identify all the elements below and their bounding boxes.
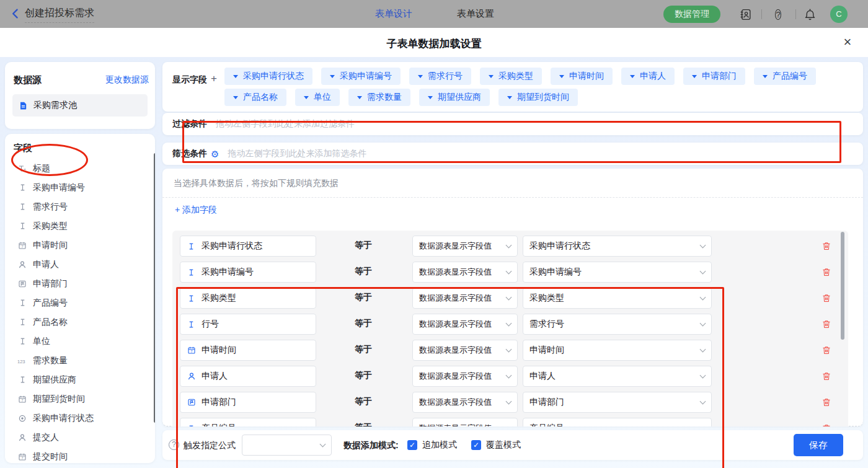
field-item[interactable]: 期望供应商: [5, 370, 151, 389]
rule-source-select[interactable]: 数据源表显示字段值: [412, 314, 518, 335]
save-button[interactable]: 保存: [794, 434, 843, 456]
text-icon: [17, 203, 27, 211]
contacts-icon[interactable]: [739, 7, 753, 21]
rule-source-select[interactable]: 数据源表显示字段值: [412, 340, 518, 361]
tab-form-settings[interactable]: 表单设置: [457, 8, 494, 20]
chevron-down-icon: [700, 242, 706, 248]
rule-field-box[interactable]: 申请人: [180, 366, 316, 387]
add-display-field-button[interactable]: +: [211, 73, 217, 85]
radio-icon: [17, 414, 27, 423]
rule-field-box[interactable]: 申请部门: [180, 392, 316, 413]
fields-list: 标题 采购申请编号 需求行号 采购类型 7申请时间 申请人 申请部门 产品编号 …: [5, 159, 151, 463]
append-mode-checkbox[interactable]: ✓ 追加模式: [407, 439, 457, 451]
rule-target-select[interactable]: 采购申请行状态: [523, 236, 712, 257]
rule-field-label: 采购申请行状态: [202, 241, 262, 252]
data-manage-button[interactable]: 数据管理: [663, 6, 720, 23]
chip-label: 单位: [314, 92, 331, 103]
field-item[interactable]: 申请人: [5, 255, 151, 274]
rule-target-value: 采购申请编号: [529, 267, 582, 278]
text-icon: [187, 320, 196, 329]
delete-rule-button[interactable]: [822, 319, 833, 330]
field-item[interactable]: 产品名称: [5, 312, 151, 332]
field-item[interactable]: 7提交时间: [5, 447, 151, 463]
rules-scrollbar[interactable]: [841, 232, 844, 340]
change-datasource-link[interactable]: 更改数据源: [105, 74, 149, 86]
field-item-label: 采购申请行状态: [33, 413, 94, 424]
display-field-chip[interactable]: 单位: [295, 89, 340, 106]
tab-form-design[interactable]: 表单设计: [375, 8, 412, 20]
display-field-chip[interactable]: 产品编号: [754, 68, 816, 85]
chevron-down-icon: [506, 268, 512, 274]
user-avatar[interactable]: C: [830, 6, 848, 23]
chevron-down-icon: [304, 96, 309, 99]
back-button[interactable]: [10, 7, 22, 20]
rule-target-select[interactable]: 申请时间: [523, 340, 712, 361]
display-field-chip[interactable]: 采购类型: [480, 68, 542, 85]
field-item[interactable]: 采购类型: [5, 216, 151, 236]
rule-target-select[interactable]: 需求行号: [523, 314, 712, 335]
display-field-chip[interactable]: 需求数量: [348, 89, 410, 106]
fields-scrollbar[interactable]: [154, 153, 155, 423]
rule-target-select[interactable]: 采购类型: [523, 288, 712, 309]
rule-source-select[interactable]: 数据源表显示字段值: [412, 288, 518, 309]
delete-rule-button[interactable]: [822, 293, 833, 304]
field-item[interactable]: 123需求数量: [5, 351, 151, 370]
field-item[interactable]: 标题: [5, 159, 151, 178]
filter-dropzone[interactable]: 拖动左侧字段到此处来添加过滤条件: [216, 118, 863, 130]
rule-target-select[interactable]: 采购申请编号: [523, 262, 712, 283]
delete-rule-button[interactable]: [822, 241, 833, 252]
rule-target-select[interactable]: 产品编号: [523, 418, 712, 426]
rule-source-select[interactable]: 数据源表显示字段值: [412, 262, 518, 283]
help-icon[interactable]: ?: [771, 7, 785, 21]
display-field-chip[interactable]: 采购申请行状态: [224, 68, 312, 85]
display-field-chip[interactable]: 期望到货时间: [498, 89, 578, 106]
field-item[interactable]: 提交人: [5, 428, 151, 447]
rule-operator: 等于: [355, 240, 372, 251]
field-item[interactable]: 产品编号: [5, 293, 151, 312]
rules-card: 当选择具体数据后，将按如下规则填充数据 + 添加字段 采购申请行状态 等于 数据…: [162, 169, 863, 426]
rule-field-box[interactable]: 行号: [180, 314, 316, 335]
rule-field-box[interactable]: 采购申请行状态: [180, 236, 316, 257]
rule-target-select[interactable]: 申请部门: [523, 392, 712, 413]
notification-bell-icon[interactable]: [804, 7, 817, 21]
rule-operator: 等于: [355, 370, 372, 381]
delete-rule-button[interactable]: [822, 397, 833, 408]
display-field-chip[interactable]: 申请人: [621, 68, 675, 85]
field-item[interactable]: 申请部门: [5, 274, 151, 293]
field-item[interactable]: 7期望到货时间: [5, 389, 151, 408]
rule-field-box[interactable]: 采购类型: [180, 288, 316, 309]
display-field-chip[interactable]: 产品名称: [224, 89, 286, 106]
delete-rule-button[interactable]: [822, 423, 833, 426]
rule-source-select[interactable]: 数据源表显示字段值: [412, 418, 518, 426]
delete-rule-button[interactable]: [822, 371, 833, 382]
field-item[interactable]: 单位: [5, 332, 151, 351]
formula-select[interactable]: [242, 435, 332, 456]
field-item[interactable]: 采购申请行状态: [5, 408, 151, 428]
display-field-chip[interactable]: 采购申请编号: [321, 68, 401, 85]
datasource-item[interactable]: 采购需求池: [12, 94, 148, 117]
gear-icon[interactable]: ⚙: [211, 149, 219, 159]
field-item[interactable]: 需求行号: [5, 197, 151, 216]
field-item[interactable]: 7申请时间: [5, 236, 151, 255]
rule-source-select[interactable]: 数据源表显示字段值: [412, 392, 518, 413]
display-field-chip[interactable]: 申请部门: [683, 68, 745, 85]
rule-field-box[interactable]: 采购申请编号: [180, 262, 316, 283]
screen-dropzone[interactable]: 拖动左侧字段到此处来添加筛选条件: [228, 148, 863, 159]
delete-rule-button[interactable]: [822, 267, 833, 278]
delete-rule-button[interactable]: [822, 345, 833, 356]
display-field-chip[interactable]: 期望供应商: [419, 89, 490, 106]
chevron-down-icon: [763, 75, 768, 78]
display-field-chip[interactable]: 申请时间: [551, 68, 613, 85]
rule-field-box[interactable]: 7申请时间: [180, 340, 316, 361]
overwrite-mode-checkbox[interactable]: ✓ 覆盖模式: [471, 439, 521, 451]
rule-target-select[interactable]: 申请人: [523, 366, 712, 387]
rule-source-select[interactable]: 数据源表显示字段值: [412, 366, 518, 387]
rule-source-select[interactable]: 数据源表显示字段值: [412, 236, 518, 257]
add-rule-field-button[interactable]: + 添加字段: [175, 205, 217, 216]
page-title[interactable]: 创建招投标需求: [25, 7, 94, 23]
rule-field-box[interactable]: 产品编号: [180, 418, 316, 426]
trash-icon: [822, 345, 833, 355]
display-field-chip[interactable]: 需求行号: [409, 68, 471, 85]
field-item[interactable]: 采购申请编号: [5, 178, 151, 197]
close-icon[interactable]: ×: [838, 33, 857, 51]
